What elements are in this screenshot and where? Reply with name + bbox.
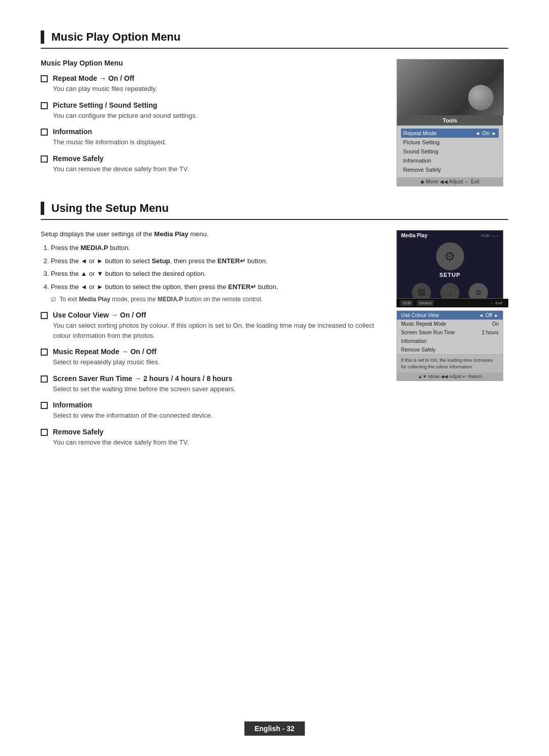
menu-item-4-desc: You can remove the device safely from th…: [53, 164, 381, 174]
section1-content: Music Play Option Menu Repeat Mode → On …: [41, 59, 381, 186]
setup-label: SETUP: [439, 272, 461, 278]
menu-item-1-desc: You can play music files repeatedly.: [53, 84, 381, 94]
setup-icon-item: ⚙ Setup: [469, 283, 488, 299]
menu-item-repeat-mode: Repeat Mode → On / Off You can play musi…: [41, 74, 381, 94]
menu-item-remove-safely-2: Remove Safely You can remove the device …: [41, 428, 381, 448]
setup-row-0-label: Use Colour View: [401, 312, 439, 318]
setup-options-footer: ▲▼ Move ◀◀ Adjust ↩ Return: [397, 372, 503, 381]
section2-screenshots: Media Play SUB —— ⚙ SETUP 🖼 Photo ♪: [396, 230, 508, 454]
tools-row-1: Picture Setting: [401, 138, 499, 147]
menu-item-information-1: Information The music file information i…: [41, 128, 381, 147]
section2-intro-block: Setup displays the user settings of the …: [41, 230, 381, 303]
setup-options-panel: Use Colour View ◄ Off ► Music Repeat Mod…: [396, 310, 503, 381]
checkbox-icon-2: [41, 102, 48, 109]
menu-item-information-2: Information Select to view the informati…: [41, 401, 381, 421]
setup-arrow-left-0: ◄: [479, 313, 483, 318]
title-bar-icon: [41, 30, 44, 44]
setup-icon: ⚙: [469, 283, 488, 299]
title-bar-icon-2: [41, 202, 44, 215]
media-play-header: Media Play SUB ——: [397, 231, 503, 240]
tools-dialog-body: Repeat Mode ◄ On ► Picture Setting Sound…: [397, 125, 503, 177]
setup-row-2: Screen Saver Run Time 2 hours: [397, 328, 503, 337]
page-footer-label: English - 32: [255, 724, 295, 733]
media-play-screen: Media Play SUB —— ⚙ SETUP 🖼 Photo ♪: [396, 230, 503, 299]
menu-item-2-content: Picture Setting / Sound Setting You can …: [53, 101, 381, 121]
menu-item-6-content: Music Repeat Mode → On / Off Select to r…: [53, 348, 381, 367]
media-play-icons-row: 🖼 Photo ♪ Music ⚙ Setup: [397, 279, 503, 299]
menu-item-8-content: Information Select to view the informati…: [53, 401, 381, 421]
menu-item-6-desc: Select to repeatedly play music files.: [53, 357, 381, 367]
section1-title: Music Play Option Menu: [41, 30, 508, 49]
setup-row-2-label: Screen Saver Run Time: [401, 330, 455, 335]
step-2: Press the ◄ or ► button to select Setup,…: [51, 256, 381, 266]
menu-item-6-title: Music Repeat Mode → On / Off: [53, 348, 381, 356]
checkbox-icon-5: [41, 312, 48, 319]
setup-row-0-value-group: ◄ Off ►: [479, 312, 499, 318]
photo-icon: 🖼: [412, 283, 431, 299]
section2-content: Setup displays the user settings of the …: [41, 230, 381, 454]
step-3: Press the ▲ or ▼ button to select the de…: [51, 269, 381, 279]
menu-item-7-content: Screen Saver Run Time → 2 hours / 4 hour…: [53, 374, 381, 394]
tools-bg-circle: [468, 85, 494, 110]
menu-item-8-desc: Select to view the information of the co…: [53, 411, 381, 421]
menu-item-3-title: Information: [53, 128, 381, 136]
setup-row-2-value: 2 hours: [482, 330, 499, 335]
setup-row-1-value: On: [492, 321, 499, 327]
tools-dialog-title: Tools: [397, 115, 503, 125]
tools-dialog-footer: ◆ Move ◀◀ Adjust ← Exit: [397, 177, 503, 186]
tools-dialog-panel: Tools Repeat Mode ◄ On ► Picture Setting: [396, 59, 508, 186]
menu-item-colour-view: Use Colour View → On / Off You can selec…: [41, 311, 381, 340]
menu-item-7-desc: Select to set the waiting time before th…: [53, 384, 381, 394]
setup-row-1: Music Repeat Mode On: [397, 320, 503, 328]
tools-bg-image: [397, 59, 504, 115]
tools-arrow-right-0: ►: [492, 131, 497, 136]
checkbox-icon-3: [41, 129, 48, 136]
tools-row-0-label: Repeat Mode: [403, 130, 437, 136]
menu-item-1-content: Repeat Mode → On / Off You can play musi…: [53, 74, 381, 94]
tools-dialog: Tools Repeat Mode ◄ On ► Picture Setting: [396, 59, 503, 186]
checkbox-icon-7: [41, 375, 48, 383]
note-icon: ☑: [51, 296, 56, 303]
tools-row-0-value: On: [482, 130, 490, 136]
setup-arrow-right-0: ►: [494, 313, 499, 318]
section2-title: Using the Setup Menu: [41, 202, 508, 220]
menu-item-screen-saver: Screen Saver Run Time → 2 hours / 4 hour…: [41, 374, 381, 394]
section1-wrapper: Music Play Option Menu Repeat Mode → On …: [41, 59, 508, 186]
tools-row-2-label: Sound Setting: [403, 148, 438, 154]
tools-row-4-label: Remove Safely: [403, 167, 441, 173]
checkbox-icon-8: [41, 402, 48, 409]
setup-big-icon: ⚙: [436, 242, 464, 270]
section2-intro: Setup displays the user settings of the …: [41, 230, 381, 238]
tools-row-3-label: Information: [403, 158, 431, 164]
menu-item-8-title: Information: [53, 401, 381, 409]
menu-item-9-desc: You can remove the device safely from th…: [53, 437, 381, 448]
tools-arrow-left-0: ◄: [475, 131, 480, 136]
tools-row-2: Sound Setting: [401, 147, 499, 156]
setup-row-0: Use Colour View ◄ Off ►: [397, 311, 503, 320]
menu-item-5-title: Use Colour View → On / Off: [53, 311, 381, 319]
menu-item-3-content: Information The music file information i…: [53, 128, 381, 147]
checkbox-icon-1: [41, 75, 48, 82]
setup-row-1-label: Music Repeat Mode: [401, 321, 446, 327]
setup-row-3: Information: [397, 337, 503, 345]
setup-row-4-label: Remove Safely: [401, 347, 436, 353]
step-1: Press the MEDIA.P button.: [51, 243, 381, 253]
tools-row-4: Remove Safely: [401, 165, 499, 174]
media-play-sub: SUB ——: [481, 233, 499, 238]
footer-sub: SUB: [401, 300, 413, 306]
setup-big-icon-item: ⚙ SETUP: [436, 242, 464, 278]
media-play-footer: SUB Device ← Exit: [396, 299, 508, 307]
music-icon-item: ♪ Music: [440, 283, 460, 299]
footer-exit: ← Exit: [488, 300, 504, 306]
media-play-title: Media Play: [401, 233, 428, 238]
music-icon: ♪: [440, 283, 460, 299]
menu-item-9-title: Remove Safely: [53, 428, 381, 436]
menu-item-3-desc: The music file information is displayed.: [53, 137, 381, 147]
menu-item-4-content: Remove Safely You can remove the device …: [53, 154, 381, 174]
section1-subheading: Music Play Option Menu: [41, 59, 381, 67]
section2: Using the Setup Menu Setup displays the …: [41, 202, 508, 454]
setup-row-0-value: Off: [485, 312, 492, 318]
tools-row-1-label: Picture Setting: [403, 139, 440, 145]
menu-item-music-repeat: Music Repeat Mode → On / Off Select to r…: [41, 348, 381, 367]
setup-options-note: If this is set to ON, the loading time i…: [397, 354, 503, 372]
